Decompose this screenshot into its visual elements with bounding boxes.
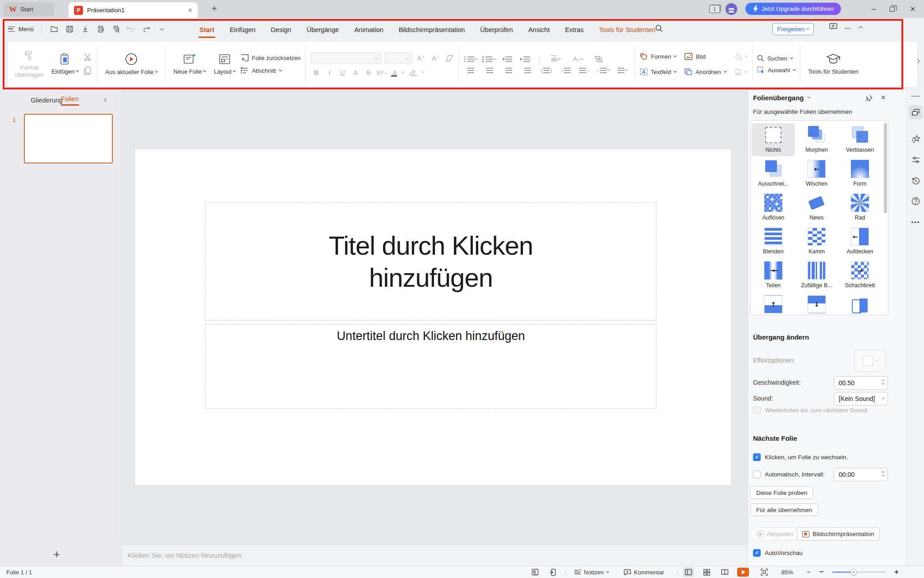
comment-icon[interactable] bbox=[829, 23, 837, 30]
mobile-view-icon[interactable] bbox=[550, 566, 556, 578]
expand-toolbar-icon[interactable] bbox=[916, 58, 919, 65]
transition-teilen[interactable]: →←Teilen bbox=[752, 259, 795, 292]
transition-ausschneiden[interactable]: Ausschnei... bbox=[752, 157, 795, 190]
student-tools-button[interactable]: Tools für Studenten bbox=[805, 53, 862, 75]
fit-slide-button[interactable] bbox=[761, 566, 768, 578]
upgrade-button[interactable]: Jetzt Upgrade durchführen bbox=[745, 3, 841, 15]
transition-morphen[interactable]: Morphen bbox=[795, 123, 838, 156]
tab-folien[interactable]: Folien bbox=[61, 95, 79, 106]
gallery-scrollbar[interactable] bbox=[884, 123, 887, 213]
transition-aufdecken[interactable]: ←Aufdecken bbox=[838, 225, 882, 258]
line-spacing-decrease-button[interactable]: ↕ bbox=[577, 68, 592, 73]
new-slide-button[interactable]: Neue Folie bbox=[170, 53, 209, 75]
shapes-button[interactable]: Formen bbox=[640, 53, 677, 61]
line-spacing-button[interactable]: ↕ bbox=[596, 68, 611, 73]
animation-panel-icon[interactable] bbox=[909, 132, 923, 146]
more-options-icon[interactable]: … bbox=[845, 23, 852, 30]
menu-hamburger-icon[interactable] bbox=[8, 27, 15, 32]
play-from-current-slide-button[interactable]: Aus aktueller Folie bbox=[102, 53, 161, 76]
bold-button[interactable]: B bbox=[310, 69, 323, 76]
decrease-indent-button[interactable] bbox=[499, 56, 515, 62]
notes-area[interactable]: Klicken Sie, um Notizen hinzuzufügen bbox=[122, 544, 748, 566]
minimize-button[interactable]: – bbox=[867, 4, 881, 14]
close-panel-icon[interactable]: × bbox=[881, 93, 886, 103]
properties-panel-icon[interactable] bbox=[909, 153, 923, 167]
paste-button[interactable]: Einfügen bbox=[48, 53, 82, 75]
clear-format-icon[interactable] bbox=[445, 55, 454, 62]
align-right-button[interactable] bbox=[501, 68, 517, 73]
zoom-slider-thumb[interactable] bbox=[850, 569, 857, 575]
new-tab-button[interactable]: + bbox=[208, 4, 220, 14]
drag-handle[interactable] bbox=[911, 96, 920, 97]
open-file-icon[interactable] bbox=[49, 23, 60, 35]
grow-font-button[interactable]: A⁺ bbox=[415, 54, 427, 62]
tab-extras[interactable]: Extras bbox=[564, 20, 584, 38]
transition-push-up[interactable]: ↑ bbox=[752, 293, 795, 315]
add-slide-button[interactable]: + bbox=[53, 547, 60, 561]
spinner-arrows[interactable] bbox=[882, 471, 884, 477]
transition-schachbrett[interactable]: →Schachbrett bbox=[838, 259, 882, 292]
transition-push-down[interactable]: ↓ bbox=[795, 293, 838, 315]
toolbar-options-chevron-icon[interactable] bbox=[156, 23, 168, 35]
help-icon[interactable] bbox=[909, 194, 923, 208]
apply-to-all-button[interactable]: Für alle übernehmen bbox=[750, 503, 818, 516]
transition-zufaellige-balken[interactable]: Zufällige B... bbox=[795, 259, 838, 292]
highlight-color-button[interactable] bbox=[409, 70, 421, 76]
slideshow-button[interactable]: Bildschirmpräsentation bbox=[797, 527, 880, 541]
italic-button[interactable]: I bbox=[323, 69, 336, 76]
spinner-arrows[interactable] bbox=[882, 379, 884, 385]
history-panel-icon[interactable] bbox=[909, 173, 923, 187]
section-button[interactable]: Abschnitt bbox=[240, 67, 300, 74]
document-tab[interactable]: P Präsentation1 × bbox=[69, 2, 198, 18]
comment-button[interactable]: Kommentar bbox=[624, 566, 664, 578]
restore-button[interactable] bbox=[885, 4, 899, 14]
transition-kamm[interactable]: Kamm bbox=[795, 225, 838, 258]
tab-bildschirmpraesentation[interactable]: Bildschirmpräsentation bbox=[398, 20, 466, 38]
distribute-text-button[interactable]: || bbox=[539, 68, 554, 73]
interval-input[interactable]: 00:00 bbox=[834, 468, 888, 481]
redo-icon[interactable] bbox=[141, 23, 152, 35]
transition-form[interactable]: Form bbox=[838, 157, 882, 190]
start-slideshow-button[interactable] bbox=[737, 566, 749, 578]
superscript-button[interactable]: X² bbox=[376, 69, 388, 76]
click-to-advance-checkbox[interactable] bbox=[753, 453, 761, 461]
save-icon[interactable] bbox=[64, 23, 76, 35]
zoom-out-button[interactable]: − bbox=[819, 566, 824, 578]
shape-fill-button[interactable] bbox=[735, 53, 748, 60]
print-preview-icon[interactable] bbox=[110, 23, 122, 35]
title-placeholder[interactable]: Titel durch Klicken hinzufügen bbox=[205, 202, 656, 321]
repeat-until-next-sound-row[interactable]: Wiederholen bis zum nächsten Sound bbox=[753, 406, 867, 414]
sound-select[interactable]: [Kein Sound] bbox=[834, 392, 888, 406]
auto-interval-row[interactable]: Automatisch, Intervall: bbox=[753, 471, 825, 478]
tab-start[interactable]: Start bbox=[199, 20, 215, 38]
numbered-list-button[interactable] bbox=[481, 56, 497, 62]
tab-uebergaenge[interactable]: Übergänge bbox=[305, 20, 340, 38]
textbox-button[interactable]: A Textfeld bbox=[640, 68, 677, 75]
text-orientation-button[interactable]: A↓ bbox=[568, 56, 588, 62]
transition-verblassen[interactable]: Verblassen bbox=[838, 123, 882, 156]
more-panels-icon[interactable]: ••• bbox=[909, 215, 923, 229]
print-icon[interactable] bbox=[95, 23, 106, 35]
tab-ueberpruefen[interactable]: Überprüfen bbox=[479, 20, 514, 38]
rehearse-slide-button[interactable]: Diese Folie proben bbox=[750, 486, 813, 499]
char-spacing-button[interactable]: A bbox=[350, 69, 362, 76]
slide-canvas[interactable]: Titel durch Klicken hinzufügen Untertite… bbox=[135, 149, 731, 485]
transition-wischen[interactable]: ←Wischen bbox=[795, 157, 838, 190]
font-color-button[interactable]: A bbox=[389, 69, 401, 76]
close-button[interactable]: × bbox=[906, 4, 919, 14]
bullet-list-button[interactable] bbox=[463, 56, 479, 62]
arrange-button[interactable]: Anordnen bbox=[684, 68, 726, 75]
transition-panel-icon[interactable] bbox=[909, 105, 923, 119]
undo-icon[interactable] bbox=[125, 23, 137, 35]
auto-interval-checkbox[interactable] bbox=[753, 471, 761, 478]
reset-slide-button[interactable]: Folie zurücksetzen bbox=[240, 54, 300, 61]
click-to-advance-row[interactable]: Klicken, um Folie zu wechseln. bbox=[753, 453, 848, 461]
copy-icon[interactable] bbox=[83, 67, 92, 75]
convert-to-smartart-icon[interactable] bbox=[591, 56, 606, 63]
transition-news[interactable]: News bbox=[795, 191, 838, 224]
underline-button[interactable]: U bbox=[337, 69, 349, 76]
find-button[interactable]: Suchen bbox=[757, 55, 795, 62]
task-window-icon[interactable] bbox=[531, 566, 539, 578]
zoom-slider[interactable] bbox=[832, 572, 886, 573]
font-size-combo[interactable] bbox=[384, 52, 412, 64]
